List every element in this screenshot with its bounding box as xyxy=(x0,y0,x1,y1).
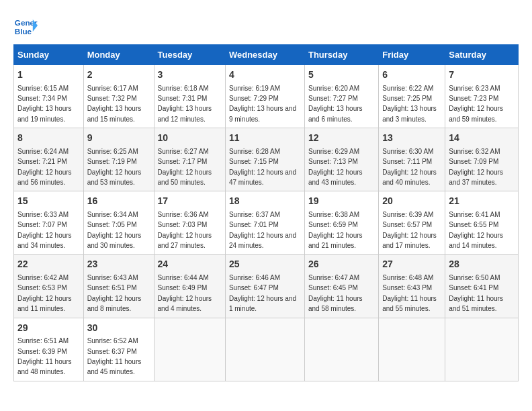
table-row: 13 Sunrise: 6:30 AMSunset: 7:11 PMDaylig… xyxy=(379,128,445,191)
day-number: 11 xyxy=(229,132,301,145)
table-row: 7 Sunrise: 6:23 AMSunset: 7:23 PMDayligh… xyxy=(445,65,519,128)
day-info: Sunrise: 6:37 AMSunset: 7:01 PMDaylight:… xyxy=(229,211,296,249)
day-number: 7 xyxy=(449,68,515,82)
table-row: 20 Sunrise: 6:39 AMSunset: 6:57 PMDaylig… xyxy=(379,191,445,255)
day-number: 18 xyxy=(229,195,301,208)
day-info: Sunrise: 6:30 AMSunset: 7:11 PMDaylight:… xyxy=(382,148,437,186)
day-number: 17 xyxy=(158,195,222,208)
table-row: 3 Sunrise: 6:18 AMSunset: 7:31 PMDayligh… xyxy=(154,65,225,128)
day-info: Sunrise: 6:20 AMSunset: 7:27 PMDaylight:… xyxy=(308,85,363,123)
day-number: 10 xyxy=(158,132,222,145)
day-info: Sunrise: 6:33 AMSunset: 7:07 PMDaylight:… xyxy=(17,211,72,249)
day-info: Sunrise: 6:32 AMSunset: 7:09 PMDaylight:… xyxy=(449,148,503,186)
calendar-body: 1 Sunrise: 6:15 AMSunset: 7:34 PMDayligh… xyxy=(14,65,519,381)
day-number: 24 xyxy=(158,258,222,271)
table-row: 1 Sunrise: 6:15 AMSunset: 7:34 PMDayligh… xyxy=(14,65,84,128)
table-row: 26 Sunrise: 6:47 AMSunset: 6:45 PMDaylig… xyxy=(304,255,378,318)
col-wednesday: Wednesday xyxy=(225,45,304,65)
page-header: General Blue xyxy=(13,13,519,38)
col-friday: Friday xyxy=(379,45,445,65)
day-number: 2 xyxy=(87,68,150,82)
table-row xyxy=(379,318,445,381)
logo: General Blue xyxy=(13,13,38,38)
table-row: 17 Sunrise: 6:36 AMSunset: 7:03 PMDaylig… xyxy=(154,191,225,255)
day-number: 1 xyxy=(17,68,80,82)
col-saturday: Saturday xyxy=(445,45,519,65)
day-number: 23 xyxy=(87,258,150,271)
table-row: 24 Sunrise: 6:44 AMSunset: 6:49 PMDaylig… xyxy=(154,255,225,318)
table-row: 9 Sunrise: 6:25 AMSunset: 7:19 PMDayligh… xyxy=(83,128,154,191)
col-monday: Monday xyxy=(83,45,154,65)
day-info: Sunrise: 6:42 AMSunset: 6:53 PMDaylight:… xyxy=(17,274,72,312)
day-number: 14 xyxy=(449,132,515,145)
table-row: 15 Sunrise: 6:33 AMSunset: 7:07 PMDaylig… xyxy=(14,191,84,255)
day-number: 20 xyxy=(382,195,441,208)
day-number: 8 xyxy=(17,132,80,145)
day-info: Sunrise: 6:41 AMSunset: 6:55 PMDaylight:… xyxy=(449,211,503,249)
day-number: 9 xyxy=(87,132,150,145)
day-number: 16 xyxy=(87,195,150,208)
table-row: 19 Sunrise: 6:38 AMSunset: 6:59 PMDaylig… xyxy=(304,191,378,255)
table-row: 29 Sunrise: 6:51 AMSunset: 6:39 PMDaylig… xyxy=(14,318,84,381)
calendar-table: Sunday Monday Tuesday Wednesday Thursday… xyxy=(13,44,519,381)
day-info: Sunrise: 6:50 AMSunset: 6:41 PMDaylight:… xyxy=(449,274,503,312)
table-row: 25 Sunrise: 6:46 AMSunset: 6:47 PMDaylig… xyxy=(225,255,304,318)
table-row: 21 Sunrise: 6:41 AMSunset: 6:55 PMDaylig… xyxy=(445,191,519,255)
table-row: 16 Sunrise: 6:34 AMSunset: 7:05 PMDaylig… xyxy=(83,191,154,255)
day-info: Sunrise: 6:24 AMSunset: 7:21 PMDaylight:… xyxy=(17,148,72,186)
col-thursday: Thursday xyxy=(304,45,378,65)
day-info: Sunrise: 6:47 AMSunset: 6:45 PMDaylight:… xyxy=(308,274,363,312)
logo-icon: General Blue xyxy=(13,13,38,38)
calendar-header: Sunday Monday Tuesday Wednesday Thursday… xyxy=(14,45,519,65)
day-number: 4 xyxy=(229,68,301,82)
day-number: 19 xyxy=(308,195,375,208)
day-number: 13 xyxy=(382,132,441,145)
table-row: 5 Sunrise: 6:20 AMSunset: 7:27 PMDayligh… xyxy=(304,65,378,128)
table-row: 6 Sunrise: 6:22 AMSunset: 7:25 PMDayligh… xyxy=(379,65,445,128)
table-row: 22 Sunrise: 6:42 AMSunset: 6:53 PMDaylig… xyxy=(14,255,84,318)
table-row: 23 Sunrise: 6:43 AMSunset: 6:51 PMDaylig… xyxy=(83,255,154,318)
col-tuesday: Tuesday xyxy=(154,45,225,65)
day-number: 22 xyxy=(17,258,80,271)
day-info: Sunrise: 6:52 AMSunset: 6:37 PMDaylight:… xyxy=(87,337,142,375)
table-row xyxy=(154,318,225,381)
day-info: Sunrise: 6:28 AMSunset: 7:15 PMDaylight:… xyxy=(229,148,296,186)
day-info: Sunrise: 6:22 AMSunset: 7:25 PMDaylight:… xyxy=(382,85,437,123)
day-number: 28 xyxy=(449,258,515,271)
table-row: 8 Sunrise: 6:24 AMSunset: 7:21 PMDayligh… xyxy=(14,128,84,191)
day-number: 27 xyxy=(382,258,441,271)
day-number: 3 xyxy=(158,68,222,82)
table-row: 28 Sunrise: 6:50 AMSunset: 6:41 PMDaylig… xyxy=(445,255,519,318)
day-info: Sunrise: 6:27 AMSunset: 7:17 PMDaylight:… xyxy=(158,148,212,186)
day-info: Sunrise: 6:43 AMSunset: 6:51 PMDaylight:… xyxy=(87,274,142,312)
table-row xyxy=(304,318,378,381)
table-row: 2 Sunrise: 6:17 AMSunset: 7:32 PMDayligh… xyxy=(83,65,154,128)
day-info: Sunrise: 6:38 AMSunset: 6:59 PMDaylight:… xyxy=(308,211,363,249)
day-info: Sunrise: 6:51 AMSunset: 6:39 PMDaylight:… xyxy=(17,337,72,375)
col-sunday: Sunday xyxy=(14,45,84,65)
day-info: Sunrise: 6:17 AMSunset: 7:32 PMDaylight:… xyxy=(87,85,142,123)
day-number: 29 xyxy=(17,322,80,335)
table-row xyxy=(225,318,304,381)
table-row: 30 Sunrise: 6:52 AMSunset: 6:37 PMDaylig… xyxy=(83,318,154,381)
day-number: 15 xyxy=(17,195,80,208)
table-row: 27 Sunrise: 6:48 AMSunset: 6:43 PMDaylig… xyxy=(379,255,445,318)
day-number: 30 xyxy=(87,322,150,335)
day-info: Sunrise: 6:19 AMSunset: 7:29 PMDaylight:… xyxy=(229,85,296,123)
day-info: Sunrise: 6:29 AMSunset: 7:13 PMDaylight:… xyxy=(308,148,363,186)
day-info: Sunrise: 6:39 AMSunset: 6:57 PMDaylight:… xyxy=(382,211,437,249)
table-row: 4 Sunrise: 6:19 AMSunset: 7:29 PMDayligh… xyxy=(225,65,304,128)
table-row: 10 Sunrise: 6:27 AMSunset: 7:17 PMDaylig… xyxy=(154,128,225,191)
table-row xyxy=(445,318,519,381)
day-info: Sunrise: 6:23 AMSunset: 7:23 PMDaylight:… xyxy=(449,85,503,123)
table-row: 12 Sunrise: 6:29 AMSunset: 7:13 PMDaylig… xyxy=(304,128,378,191)
day-number: 25 xyxy=(229,258,301,271)
day-info: Sunrise: 6:48 AMSunset: 6:43 PMDaylight:… xyxy=(382,274,437,312)
table-row: 18 Sunrise: 6:37 AMSunset: 7:01 PMDaylig… xyxy=(225,191,304,255)
day-info: Sunrise: 6:36 AMSunset: 7:03 PMDaylight:… xyxy=(158,211,212,249)
day-info: Sunrise: 6:34 AMSunset: 7:05 PMDaylight:… xyxy=(87,211,142,249)
day-info: Sunrise: 6:15 AMSunset: 7:34 PMDaylight:… xyxy=(17,85,72,123)
day-info: Sunrise: 6:18 AMSunset: 7:31 PMDaylight:… xyxy=(158,85,212,123)
day-number: 12 xyxy=(308,132,375,145)
day-number: 6 xyxy=(382,68,441,82)
